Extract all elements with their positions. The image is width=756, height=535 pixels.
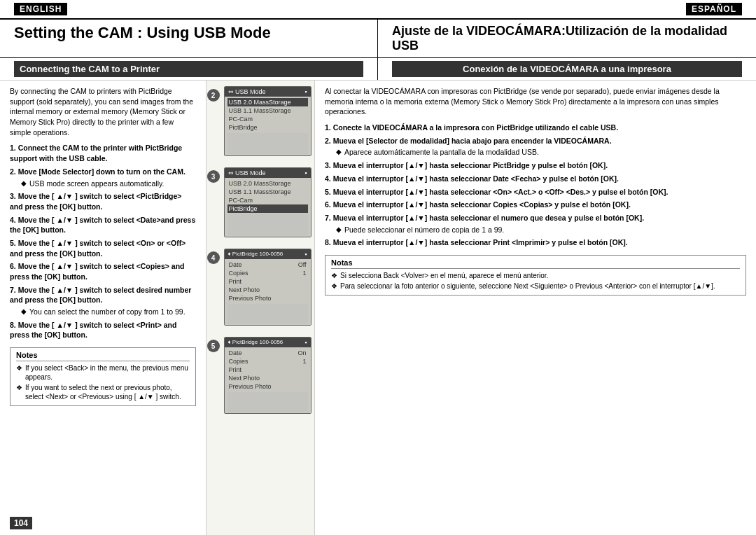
step-en-6: 6. Move the [ ▲/▼ ] switch to select <Co… (10, 261, 196, 282)
screen-5: ♦ PictBridge 100-0056 ▪ DateOn Copies1 P… (224, 337, 312, 414)
screen-3-row-4: PictBridge (227, 204, 308, 213)
section-header-right: Conexión de la VIDEOCÁMARA a una impreso… (378, 58, 756, 80)
step-es-7-sub: ◆ Puede seleccionar el número de copia d… (325, 225, 746, 235)
note-1: ❖ If you select <Back> in the menu, the … (16, 363, 190, 382)
title-section: Setting the CAM : Using USB Mode Ajuste … (0, 20, 756, 58)
screen-4-thumb (227, 304, 308, 324)
screen-4-row-date: DateOff (227, 260, 308, 269)
spanish-content: Al conectar la VIDEOCÁMARA con impresora… (315, 81, 756, 535)
screen-5-row-next: Next Photo (227, 374, 308, 382)
screen-3-row-1: USB 2.0 MassStorage (227, 179, 308, 188)
screen-5-thumb (227, 392, 308, 412)
section-title-es: Conexión de la VIDEOCÁMARA a una impreso… (392, 61, 742, 77)
lang-left: ENGLISH (0, 0, 378, 18)
title-right: Ajuste de la VIDEOCÁMARA:Utilización de … (378, 20, 756, 57)
screen-4-wrapper: 4 ♦ PictBridge 100-0056 ▪ DateOff Copies… (224, 249, 312, 326)
screen-2-row-4: PictBridge (227, 123, 308, 132)
step-es-6: 6. Mueva el interruptor [▲/▼] hasta sele… (325, 200, 746, 210)
step-en-4: 4. Move the [ ▲/▼ ] switch to select <Da… (10, 215, 196, 235)
step-es-5: 5. Mueva el interruptor [▲/▼] hasta sele… (325, 187, 746, 197)
english-content: By connecting the CAM to printers with P… (0, 81, 206, 535)
notas-box: Notas ❖ Si selecciona Back <Volver> en e… (325, 255, 746, 296)
spanish-steps: 1. Conecte la VIDEOCÁMARA a la impresora… (325, 123, 746, 251)
screen-2-row-2: USB 1.1 MassStorage (227, 106, 308, 115)
screen-2-header: ⇔ USB Mode ▪ (225, 87, 311, 97)
step-es-3: 3. Mueva el interruptor [▲/▼] hasta sele… (325, 160, 746, 171)
step-en-2: 2. Move [Mode Selector] down to turn on … (10, 167, 196, 188)
screen-4-header: ♦ PictBridge 100-0056 ▪ (225, 249, 311, 259)
section-header-left: Connecting the CAM to a Printer (0, 58, 378, 80)
step-es-2-sub: ◆ Aparece automáticamente la pantalla de… (325, 147, 746, 158)
screen-5-wrapper: 5 ♦ PictBridge 100-0056 ▪ DateOn Copies1… (224, 337, 312, 414)
screens-column: 2 ⇔ USB Mode ▪ USB 2.0 MassStorage USB 1… (206, 81, 315, 535)
screen-5-row-print: Print (227, 366, 308, 374)
notes-box: Notes ❖ If you select <Back> in the menu… (10, 347, 196, 406)
screen-3-row-3: PC-Cam (227, 196, 308, 204)
screen-2-thumb (227, 133, 308, 154)
screen-5-row-date: DateOn (227, 349, 308, 357)
main-title-en: Setting the CAM : Using USB Mode (14, 24, 363, 42)
language-header: ENGLISH ESPAÑOL (0, 0, 756, 20)
screen-4-row-prev: Previous Photo (227, 294, 308, 303)
notas-title: Notas (331, 258, 740, 269)
spanish-intro: Al conectar la VIDEOCÁMARA con impresora… (325, 86, 746, 117)
screen-3-wrapper: 3 ⇔ USB Mode ▪ USB 2.0 MassStorage USB 1… (224, 167, 312, 237)
screen-2-row-3: PC-Cam (227, 115, 308, 123)
nota-2: ❖ Para seleccionar la foto anterior o si… (331, 282, 740, 291)
step-en-1: 1. Connect the CAM to the printer with P… (10, 143, 196, 163)
page: ENGLISH ESPAÑOL Setting the CAM : Using … (0, 0, 756, 535)
step-en-7-sub: ◆ You can select the number of copy from… (10, 307, 196, 317)
screen-2-body: USB 2.0 MassStorage USB 1.1 MassStorage … (225, 97, 311, 155)
screen-4-badge: 4 (207, 251, 220, 264)
screen-2-wrapper: 2 ⇔ USB Mode ▪ USB 2.0 MassStorage USB 1… (224, 86, 312, 156)
screen-5-badge: 5 (207, 340, 220, 352)
screen-2: ⇔ USB Mode ▪ USB 2.0 MassStorage USB 1.1… (224, 86, 312, 156)
screen-3-body: USB 2.0 MassStorage USB 1.1 MassStorage … (225, 178, 311, 237)
main-title-es: Ajuste de la VIDEOCÁMARA:Utilización de … (392, 24, 742, 53)
english-intro: By connecting the CAM to printers with P… (10, 86, 196, 137)
screen-4-body: DateOff Copies1 Print Next Photo Previou… (225, 259, 311, 325)
screen-4-row-copies: Copies1 (227, 269, 308, 277)
screen-5-row-copies: Copies1 (227, 357, 308, 366)
screen-3-header: ⇔ USB Mode ▪ (225, 168, 311, 178)
step-es-7: 7. Mueva el interruptor [▲/▼] hasta sele… (325, 213, 746, 235)
screen-4: ♦ PictBridge 100-0056 ▪ DateOff Copies1 … (224, 249, 312, 326)
screen-5-body: DateOn Copies1 Print Next Photo Previous… (225, 347, 311, 413)
page-num-area: 104 (10, 513, 196, 529)
screen-4-row-next: Next Photo (227, 286, 308, 294)
spanish-badge: ESPAÑOL (686, 3, 742, 15)
lang-right: ESPAÑOL (378, 0, 756, 18)
step-en-2-sub: ◆ USB mode screen appears automatically. (10, 179, 196, 189)
step-en-7: 7. Move the [ ▲/▼ ] switch to select des… (10, 285, 196, 317)
screen-3-badge: 3 (207, 170, 220, 183)
step-en-3: 3. Move the [ ▲/▼ ] switch to select <Pi… (10, 191, 196, 211)
step-en-8: 8. Move the [ ▲/▼ ] switch to select <Pr… (10, 320, 196, 340)
page-number: 104 (10, 517, 32, 529)
title-left: Setting the CAM : Using USB Mode (0, 20, 378, 57)
section-title-en: Connecting the CAM to a Printer (14, 61, 363, 77)
step-en-5: 5. Move the [ ▲/▼ ] switch to select <On… (10, 238, 196, 258)
screen-4-row-print: Print (227, 277, 308, 286)
screen-2-badge: 2 (207, 89, 220, 102)
english-steps: 1. Connect the CAM to the printer with P… (10, 143, 196, 343)
screen-5-header: ♦ PictBridge 100-0056 ▪ (225, 338, 311, 347)
step-es-4: 4. Mueva el interruptor [▲/▼] hasta sele… (325, 174, 746, 184)
notes-title: Notes (16, 351, 190, 361)
screen-3-row-2: USB 1.1 MassStorage (227, 188, 308, 196)
screen-5-row-prev: Previous Photo (227, 382, 308, 391)
screen-3-thumb (227, 214, 308, 235)
english-badge: ENGLISH (14, 3, 67, 15)
step-es-8: 8. Mueva el interruptor [▲/▼] hasta sele… (325, 237, 746, 248)
note-2: ❖ If you want to select the next or prev… (16, 383, 190, 401)
step-es-1: 1. Conecte la VIDEOCÁMARA a la impresora… (325, 123, 746, 133)
screen-2-row-1: USB 2.0 MassStorage (227, 98, 308, 106)
section-header: Connecting the CAM to a Printer Conexión… (0, 58, 756, 80)
main-body: By connecting the CAM to printers with P… (0, 80, 756, 535)
screen-3: ⇔ USB Mode ▪ USB 2.0 MassStorage USB 1.1… (224, 167, 312, 237)
step-es-2: 2. Mueva el [Selector de modalidad] haci… (325, 136, 746, 158)
nota-1: ❖ Si selecciona Back <Volver> en el menú… (331, 271, 740, 280)
